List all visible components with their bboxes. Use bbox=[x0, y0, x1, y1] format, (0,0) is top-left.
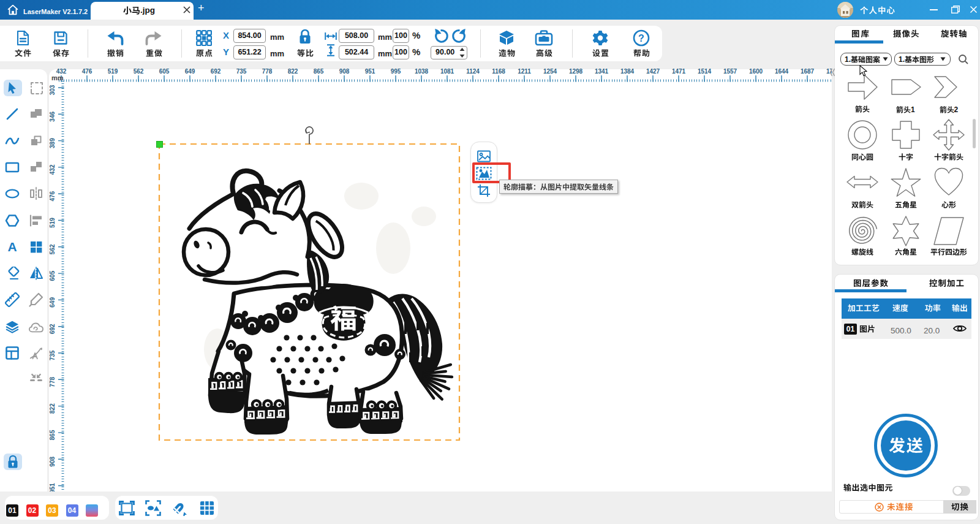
svg-text:865: 865 bbox=[49, 430, 56, 440]
svg-text:1298: 1298 bbox=[569, 68, 583, 75]
svg-text:1254: 1254 bbox=[543, 68, 557, 75]
svg-text:1557: 1557 bbox=[723, 68, 737, 75]
svg-text:778: 778 bbox=[262, 68, 273, 75]
svg-text:1124: 1124 bbox=[466, 68, 480, 75]
svg-text:1081: 1081 bbox=[440, 68, 454, 75]
svg-text:692: 692 bbox=[211, 68, 221, 75]
svg-text:1427: 1427 bbox=[646, 68, 660, 75]
svg-text:1687: 1687 bbox=[801, 68, 815, 75]
svg-text:1514: 1514 bbox=[698, 68, 712, 75]
svg-text:1644: 1644 bbox=[775, 68, 789, 75]
svg-text:562: 562 bbox=[49, 244, 56, 254]
svg-text:908: 908 bbox=[49, 456, 56, 466]
svg-text:346: 346 bbox=[49, 112, 56, 122]
svg-text:865: 865 bbox=[314, 68, 324, 75]
svg-text:951: 951 bbox=[365, 68, 375, 75]
svg-text:1211: 1211 bbox=[518, 68, 531, 75]
svg-text:1600: 1600 bbox=[749, 68, 763, 75]
svg-text:649: 649 bbox=[49, 297, 56, 308]
svg-text:908: 908 bbox=[339, 68, 350, 75]
svg-text:1384: 1384 bbox=[620, 68, 635, 75]
svg-text:1038: 1038 bbox=[415, 68, 429, 75]
svg-text:995: 995 bbox=[391, 68, 401, 75]
svg-text:1168: 1168 bbox=[492, 68, 505, 75]
svg-text:519: 519 bbox=[108, 68, 118, 75]
svg-text:476: 476 bbox=[49, 191, 56, 201]
svg-text:735: 735 bbox=[236, 68, 247, 75]
svg-text:605: 605 bbox=[49, 270, 56, 281]
svg-text:303: 303 bbox=[49, 85, 56, 95]
svg-text:822: 822 bbox=[288, 68, 298, 75]
svg-text:389: 389 bbox=[49, 138, 56, 148]
svg-text:476: 476 bbox=[82, 68, 92, 75]
svg-text:605: 605 bbox=[159, 68, 170, 75]
svg-text:822: 822 bbox=[49, 403, 56, 414]
svg-text:1471: 1471 bbox=[672, 68, 686, 75]
svg-text:951: 951 bbox=[49, 483, 56, 492]
svg-text:692: 692 bbox=[49, 324, 56, 334]
svg-text:735: 735 bbox=[49, 350, 56, 360]
svg-text:?: ? bbox=[638, 33, 644, 44]
svg-text:562: 562 bbox=[134, 68, 144, 75]
svg-text:1341: 1341 bbox=[595, 68, 609, 75]
svg-text:519: 519 bbox=[49, 218, 56, 228]
svg-text:649: 649 bbox=[185, 68, 195, 75]
svg-text:432: 432 bbox=[49, 164, 56, 175]
svg-text:778: 778 bbox=[49, 377, 56, 387]
